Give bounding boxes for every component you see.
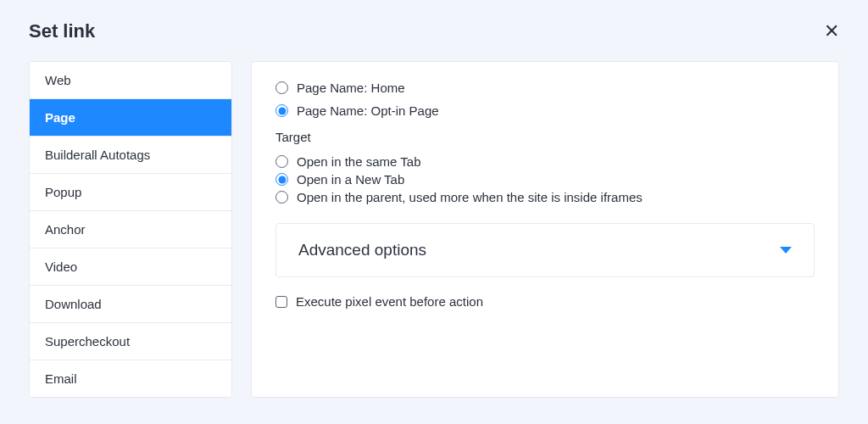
sidebar-item-label: Download	[45, 297, 102, 311]
checkbox-label: Execute pixel event before action	[296, 294, 483, 309]
radio-icon	[275, 173, 288, 186]
sidebar-item-builderall-autotags[interactable]: Builderall Autotags	[30, 137, 231, 174]
sidebar-item-page[interactable]: Page	[30, 99, 231, 137]
dialog-content: Web Page Builderall Autotags Popup Ancho…	[29, 61, 839, 398]
sidebar-item-label: Email	[45, 371, 77, 386]
radio-label: Open in a New Tab	[297, 172, 404, 187]
sidebar-item-download[interactable]: Download	[30, 286, 231, 323]
page-link-panel: Page Name: Home Page Name: Opt-in Page T…	[251, 61, 839, 398]
link-type-sidebar: Web Page Builderall Autotags Popup Ancho…	[29, 61, 232, 398]
target-option-new-tab[interactable]: Open in a New Tab	[275, 172, 815, 187]
radio-label: Page Name: Home	[297, 81, 405, 95]
page-option-home[interactable]: Page Name: Home	[275, 81, 815, 95]
radio-icon	[275, 104, 288, 117]
sidebar-item-web[interactable]: Web	[30, 62, 231, 99]
dialog-header: Set link ✕	[29, 20, 839, 42]
sidebar-item-anchor[interactable]: Anchor	[30, 211, 231, 248]
target-option-same-tab[interactable]: Open in the same Tab	[275, 154, 815, 169]
checkbox-icon	[275, 296, 287, 308]
radio-label: Open in the same Tab	[297, 154, 420, 169]
advanced-options-toggle[interactable]: Advanced options	[275, 223, 815, 277]
radio-icon	[275, 191, 288, 204]
advanced-options-label: Advanced options	[298, 241, 426, 259]
chevron-down-icon	[780, 247, 792, 254]
sidebar-item-label: Page	[45, 110, 75, 125]
sidebar-item-email[interactable]: Email	[30, 360, 231, 397]
sidebar-item-video[interactable]: Video	[30, 248, 231, 286]
set-link-dialog: Set link ✕ Web Page Builderall Autotags …	[0, 0, 868, 424]
sidebar-item-label: Web	[45, 73, 71, 87]
sidebar-item-label: Builderall Autotags	[45, 148, 150, 162]
radio-label: Open in the parent, used more when the s…	[297, 190, 643, 204]
target-option-parent[interactable]: Open in the parent, used more when the s…	[275, 190, 815, 204]
page-option-optin[interactable]: Page Name: Opt-in Page	[275, 103, 815, 118]
sidebar-item-supercheckout[interactable]: Supercheckout	[30, 323, 231, 360]
target-section-label: Target	[275, 130, 815, 144]
sidebar-item-popup[interactable]: Popup	[30, 174, 231, 211]
radio-icon	[275, 155, 288, 168]
target-options-group: Open in the same Tab Open in a New Tab O…	[275, 154, 815, 204]
sidebar-item-label: Popup	[45, 185, 81, 199]
sidebar-item-label: Supercheckout	[45, 334, 130, 349]
radio-label: Page Name: Opt-in Page	[297, 103, 439, 118]
pixel-event-checkbox[interactable]: Execute pixel event before action	[275, 294, 815, 309]
sidebar-item-label: Anchor	[45, 222, 86, 237]
close-icon[interactable]: ✕	[824, 22, 839, 41]
dialog-title: Set link	[29, 20, 95, 42]
sidebar-item-label: Video	[45, 259, 77, 274]
radio-icon	[275, 81, 288, 94]
